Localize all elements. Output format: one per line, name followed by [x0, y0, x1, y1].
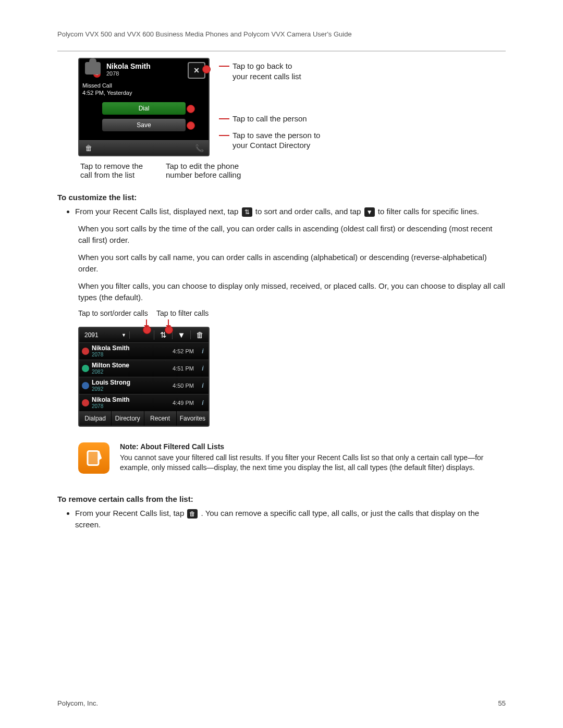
- row-ext: 2078: [92, 403, 163, 409]
- note-body: You cannot save your filtered call list …: [120, 453, 506, 473]
- row-time: 4:51 PM: [163, 365, 197, 372]
- footer-company: Polycom, Inc.: [57, 699, 98, 707]
- label-sort: Tap to sort/order calls: [78, 309, 156, 317]
- call-list-row[interactable]: Milton Stone20824:51 PMi: [79, 360, 209, 377]
- status-dot-icon: [82, 348, 89, 355]
- callout-line: [219, 66, 229, 67]
- paragraph: When you sort calls by call name, you ca…: [78, 252, 506, 275]
- status-dot-icon: [82, 365, 89, 372]
- callout-dial: Tap to call the person: [232, 114, 307, 124]
- callout-save-line2: your Contact Directory: [232, 140, 320, 151]
- sort-icon[interactable]: ⇅: [242, 207, 252, 217]
- missed-label: Missed Call: [82, 82, 209, 89]
- info-icon[interactable]: i: [197, 399, 209, 406]
- phone-screen-detail: × Nikola Smith 2078 × Missed Call 4:52 P…: [78, 58, 210, 156]
- arrow-down-icon: [146, 319, 147, 328]
- row-name: Louis Strong: [92, 379, 163, 386]
- info-icon[interactable]: i: [197, 348, 209, 355]
- filter-icon[interactable]: ▼: [172, 330, 190, 339]
- text: From your Recent Calls list, tap: [75, 509, 186, 517]
- dialpad-icon[interactable]: 📞: [190, 141, 209, 155]
- row-ext: 2092: [92, 386, 163, 392]
- text: to sort and order calls, and tap: [255, 207, 363, 216]
- dropdown-value: 2091: [84, 331, 99, 339]
- note-block: Note: About Filtered Call Lists You cann…: [78, 442, 506, 474]
- footer-page: 55: [498, 699, 506, 707]
- contact-ext: 2078: [106, 70, 185, 77]
- call-list-row[interactable]: Louis Strong20924:50 PMi: [79, 377, 209, 394]
- chevron-down-icon: ▼: [121, 332, 126, 338]
- trash-icon[interactable]: 🗑: [79, 141, 98, 155]
- row-name: Nikola Smith: [92, 344, 163, 352]
- page-footer: Polycom, Inc. 55: [57, 699, 506, 707]
- page-header: Polycom VVX 500 and VVX 600 Business Med…: [57, 30, 506, 38]
- info-icon[interactable]: i: [197, 365, 209, 372]
- row-name: Nikola Smith: [92, 396, 163, 403]
- filter-icon[interactable]: ▼: [364, 207, 375, 217]
- tab-favorites[interactable]: Favorites: [177, 411, 209, 426]
- row-name: Milton Stone: [92, 362, 163, 369]
- callout-close-line2: your recent calls list: [232, 71, 301, 82]
- callout-line: [219, 135, 229, 136]
- note-icon: [78, 442, 109, 474]
- missed-time: 4:52 PM, Yesterday: [82, 89, 209, 96]
- call-list-row[interactable]: Nikola Smith20784:52 PMi: [79, 342, 209, 360]
- svg-rect-0: [88, 451, 99, 465]
- info-icon[interactable]: i: [197, 382, 209, 389]
- row-time: 4:50 PM: [163, 382, 197, 389]
- paragraph: When you filter calls, you can choose to…: [78, 280, 506, 304]
- line-dropdown[interactable]: 2091 ▼: [79, 331, 130, 339]
- dial-button[interactable]: Dial: [102, 102, 186, 115]
- callout-remove-line2: call from the list: [80, 170, 164, 179]
- callout-dot-icon: [187, 105, 195, 113]
- trash-icon[interactable]: 🗑: [190, 330, 209, 339]
- callout-dot-icon: [202, 65, 211, 73]
- figure-call-detail: × Nikola Smith 2078 × Missed Call 4:52 P…: [78, 58, 506, 179]
- bullet-customize: From your Recent Calls list, displayed n…: [75, 206, 506, 218]
- heading-remove: To remove certain calls from the list:: [57, 495, 506, 503]
- label-filter: Tap to filter calls: [156, 309, 209, 317]
- phone-screen-list: 2091 ▼ ⇅ ▼ 🗑 Nikola Smith20784:52 PMiMil…: [78, 327, 210, 427]
- avatar-icon: [85, 62, 101, 75]
- row-ext: 2082: [92, 369, 163, 375]
- callout-close-line1: Tap to go back to: [232, 61, 301, 71]
- arrow-down-icon: [168, 319, 169, 328]
- callout-save-line1: Tap to save the person to: [232, 130, 320, 141]
- row-ext: 2078: [92, 352, 163, 357]
- row-time: 4:49 PM: [163, 400, 197, 406]
- figure1-callouts: Tap to go back to your recent calls list…: [219, 58, 320, 151]
- status-dot-icon: [82, 399, 89, 406]
- header-rule: [57, 51, 506, 52]
- tab-recent[interactable]: Recent: [144, 411, 177, 426]
- call-list-row[interactable]: Nikola Smith20784:49 PMi: [79, 394, 209, 411]
- text: to filter calls for specific lines.: [378, 207, 479, 216]
- paragraph: When you sort calls by the time of the c…: [78, 223, 506, 246]
- heading-customize: To customize the list:: [57, 193, 506, 202]
- save-button[interactable]: Save: [102, 119, 186, 131]
- callout-line: [219, 118, 229, 119]
- tab-dialpad[interactable]: Dialpad: [79, 411, 112, 426]
- note-title: Note: About Filtered Call Lists: [120, 442, 506, 451]
- contact-name: Nikola Smith: [106, 62, 185, 70]
- dial-label: Dial: [139, 105, 150, 112]
- row-time: 4:52 PM: [163, 348, 197, 354]
- save-label: Save: [137, 121, 151, 129]
- callout-dot-icon: [187, 121, 195, 130]
- callout-remove-line1: Tap to remove the: [80, 162, 164, 170]
- figure-recent-calls: Tap to sort/order calls Tap to filter ca…: [78, 309, 506, 427]
- callout-edit-line2: number before calling: [166, 170, 241, 179]
- bullet-remove: From your Recent Calls list, tap 🗑 . You…: [75, 508, 506, 531]
- tab-directory[interactable]: Directory: [112, 411, 144, 426]
- callout-edit-line1: Tap to edit the phone: [166, 162, 241, 170]
- trash-icon[interactable]: 🗑: [187, 509, 198, 519]
- status-dot-icon: [82, 382, 89, 389]
- text: From your Recent Calls list, displayed n…: [75, 207, 241, 216]
